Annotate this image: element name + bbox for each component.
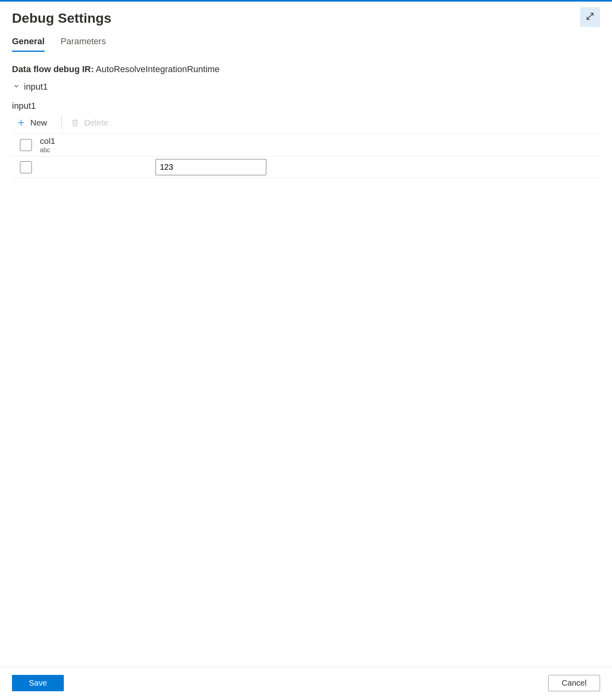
col1-value-input[interactable] xyxy=(155,159,266,175)
column-name: col1 xyxy=(40,136,155,146)
debug-ir-value: AutoResolveIntegrationRuntime xyxy=(96,64,220,74)
header-row: Debug Settings xyxy=(12,7,600,33)
delete-button-label: Delete xyxy=(84,118,108,127)
footer: Save Cancel xyxy=(0,667,612,700)
expand-icon xyxy=(585,11,595,24)
debug-ir-label: Data flow debug IR: xyxy=(12,64,94,74)
column-type: abc xyxy=(40,147,155,154)
save-button[interactable]: Save xyxy=(12,675,64,691)
expand-button[interactable] xyxy=(580,7,600,27)
input-group-name: input1 xyxy=(24,82,48,92)
table-row xyxy=(12,157,600,178)
input-group-toggle[interactable]: input1 xyxy=(13,82,600,92)
row-checkbox[interactable] xyxy=(20,161,32,173)
column-header-col1[interactable]: col1 abc xyxy=(40,136,155,154)
toolbar-separator xyxy=(61,116,62,129)
new-button-label: New xyxy=(30,118,47,127)
cancel-button[interactable]: Cancel xyxy=(548,675,600,691)
plus-icon xyxy=(17,118,26,127)
chevron-down-icon xyxy=(13,82,20,92)
tabs: General Parameters xyxy=(12,33,600,52)
input-heading: input1 xyxy=(12,101,600,111)
new-button[interactable]: New xyxy=(15,116,54,129)
toolbar: New Delete xyxy=(12,114,600,134)
content-area: Debug Settings General Parameters Data f… xyxy=(0,2,612,667)
debug-ir-line: Data flow debug IR: AutoResolveIntegrati… xyxy=(12,64,600,75)
delete-button: Delete xyxy=(69,116,116,129)
select-all-checkbox[interactable] xyxy=(20,139,32,151)
tab-general[interactable]: General xyxy=(12,33,45,52)
trash-icon xyxy=(71,118,79,127)
tab-parameters[interactable]: Parameters xyxy=(61,33,106,52)
table-header-row: col1 abc xyxy=(12,134,600,157)
page-title: Debug Settings xyxy=(12,10,111,26)
